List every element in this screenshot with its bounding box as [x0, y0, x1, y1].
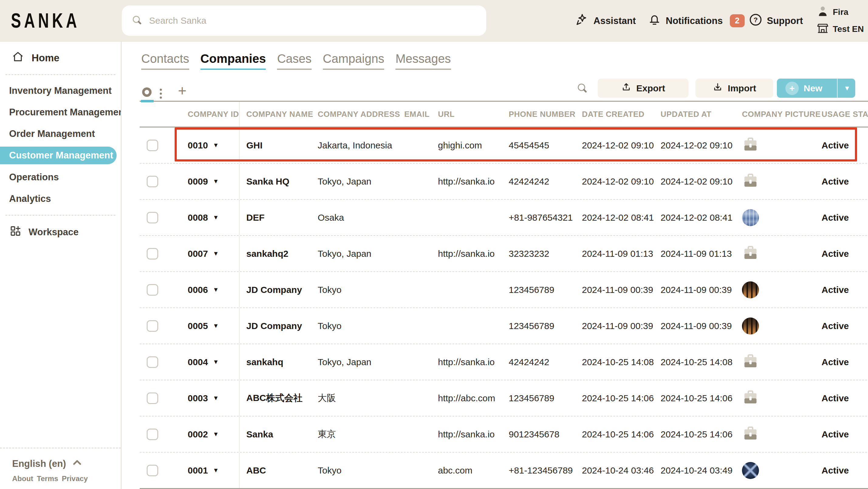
user-menu[interactable]: Fira Test EN [816, 4, 864, 38]
support-button[interactable]: ? Support [749, 0, 803, 41]
table-row[interactable]: 0006▼JD CompanyTokyo1234567892024-11-09 … [140, 272, 868, 308]
select-cell [140, 380, 170, 416]
row-dropdown-caret-icon[interactable]: ▼ [213, 431, 219, 438]
notifications-button[interactable]: Notifications 2 [648, 0, 745, 41]
usage-status-cell: Active [809, 380, 868, 416]
export-button[interactable]: Export [598, 78, 688, 98]
company-name-cell: JD Company [240, 272, 318, 307]
company-id-cell: 0010▼ [170, 128, 240, 163]
skyline-photo [742, 462, 759, 479]
email-cell [404, 380, 438, 416]
company-id: 0004 [188, 357, 208, 367]
footer-link-terms[interactable]: Terms [37, 475, 58, 483]
company-picture-cell [740, 453, 809, 488]
select-cell [140, 128, 170, 163]
table-row[interactable]: 0003▼ABC株式会社大阪http://abc.com123456789202… [140, 380, 868, 417]
language-selector[interactable]: English (en) [12, 457, 121, 471]
row-dropdown-caret-icon[interactable]: ▼ [213, 178, 219, 185]
sidebar-item-analytics[interactable]: Analytics [0, 188, 121, 209]
row-checkbox[interactable] [147, 140, 158, 151]
table-row[interactable]: 0002▼Sanka東京http://sanka.io9012345678202… [140, 417, 868, 453]
search-icon [131, 14, 143, 27]
view-tab-circle-icon[interactable] [142, 88, 152, 97]
tab-cases[interactable]: Cases [277, 52, 311, 70]
sidebar-item-order-management[interactable]: Order Management [0, 123, 121, 144]
tab-contacts[interactable]: Contacts [141, 52, 189, 70]
date-created-cell: 2024-12-02 08:41 [582, 200, 660, 235]
column-header-phone-number: PHONE NUMBER [505, 102, 582, 127]
row-dropdown-caret-icon[interactable]: ▼ [213, 322, 219, 329]
table-row[interactable]: 0007▼sankahq2Tokyo, Japanhttp://sanka.io… [140, 236, 868, 272]
email-cell [404, 236, 438, 271]
table-row[interactable]: 0009▼Sanka HQTokyo, Japanhttp://sanka.io… [140, 164, 868, 200]
row-checkbox[interactable] [147, 320, 158, 332]
table-row[interactable]: 0001▼ABCTokyoabc.com+81-1234567892024-10… [140, 453, 868, 489]
phone-number-cell: 123456789 [505, 380, 582, 416]
briefcase-icon [742, 425, 759, 443]
assistant-button[interactable]: Assistant [575, 0, 636, 41]
row-checkbox[interactable] [147, 429, 158, 440]
row-checkbox[interactable] [147, 284, 158, 296]
sidebar-item-customer-management[interactable]: Customer Management [0, 146, 117, 164]
column-header-company-id: COMPANY ID [170, 102, 240, 127]
table-search-icon[interactable] [577, 82, 588, 95]
sidebar-item-workspace[interactable]: Workspace [0, 216, 121, 240]
row-checkbox[interactable] [147, 465, 158, 476]
table-row[interactable]: 0005▼JD CompanyTokyo1234567892024-11-09 … [140, 308, 868, 344]
row-checkbox[interactable] [147, 392, 158, 404]
row-dropdown-caret-icon[interactable]: ▼ [213, 214, 219, 221]
row-dropdown-caret-icon[interactable]: ▼ [213, 142, 219, 149]
entity-tabs: ContactsCompaniesCasesCampaignsMessages [141, 52, 451, 70]
select-cell [140, 164, 170, 199]
table-row[interactable]: 0008▼DEFOsaka+81-9876543212024-12-02 08:… [140, 200, 868, 236]
app-logo[interactable]: SANKA [11, 8, 80, 32]
tab-companies[interactable]: Companies [200, 52, 266, 70]
phone-number-cell: 9012345678 [505, 417, 582, 452]
company-address-cell: Tokyo [318, 453, 404, 488]
header-select-cell [140, 102, 170, 127]
tab-messages[interactable]: Messages [396, 52, 451, 70]
row-dropdown-caret-icon[interactable]: ▼ [213, 250, 219, 257]
row-dropdown-caret-icon[interactable]: ▼ [213, 358, 219, 365]
new-dropdown-caret-icon[interactable]: ▼ [844, 85, 850, 92]
view-options-kebab-icon[interactable] [159, 88, 162, 99]
usage-status-cell: Active [809, 417, 868, 452]
row-checkbox[interactable] [147, 212, 158, 223]
row-checkbox[interactable] [147, 356, 158, 368]
updated-at-cell: 2024-11-09 00:39 [660, 272, 740, 307]
active-view-indicator [141, 100, 154, 102]
updated-at-cell: 2024-12-02 08:41 [660, 200, 740, 235]
company-address-cell: Tokyo [318, 308, 404, 344]
usage-status-cell: Active [809, 272, 868, 307]
tab-campaigns[interactable]: Campaigns [323, 52, 384, 70]
company-name-cell: Sanka [240, 417, 318, 452]
company-picture-cell [740, 164, 809, 199]
search-input[interactable] [149, 15, 469, 26]
notifications-badge: 2 [730, 14, 745, 27]
import-button[interactable]: Import [695, 78, 773, 98]
table-row[interactable]: 0004▼sankahqTokyo, Japanhttp://sanka.io4… [140, 344, 868, 380]
updated-at-cell: 2024-11-09 00:39 [660, 308, 740, 344]
table-header-row: COMPANY IDCOMPANY NAMECOMPANY ADDRESSEMA… [140, 102, 868, 128]
phone-number-cell: 42424242 [505, 164, 582, 199]
row-checkbox[interactable] [147, 176, 158, 187]
sidebar-item-home[interactable]: Home [0, 41, 121, 74]
row-checkbox[interactable] [147, 248, 158, 260]
row-dropdown-caret-icon[interactable]: ▼ [213, 395, 219, 401]
footer-link-privacy[interactable]: Privacy [62, 475, 88, 483]
updated-at-cell: 2024-11-09 01:13 [660, 236, 740, 271]
row-dropdown-caret-icon[interactable]: ▼ [213, 286, 219, 293]
new-button[interactable]: + New ▼ [777, 78, 855, 98]
select-cell [140, 236, 170, 271]
sidebar-item-inventory-management[interactable]: Inventory Management [0, 80, 121, 101]
company-address-cell: Tokyo, Japan [318, 236, 404, 271]
workspace-row: Test EN [816, 21, 864, 38]
table-row[interactable]: 0010▼GHIJakarta, Indonesiaghighi.com4545… [140, 128, 868, 164]
add-view-button[interactable]: + [178, 84, 186, 98]
footer-link-about[interactable]: About [12, 475, 33, 483]
company-id-cell: 0003▼ [170, 380, 240, 416]
row-dropdown-caret-icon[interactable]: ▼ [213, 467, 219, 474]
sidebar-item-operations[interactable]: Operations [0, 166, 121, 188]
company-picture-cell [740, 128, 809, 163]
sidebar-item-procurement-management[interactable]: Procurement Management [0, 101, 121, 123]
